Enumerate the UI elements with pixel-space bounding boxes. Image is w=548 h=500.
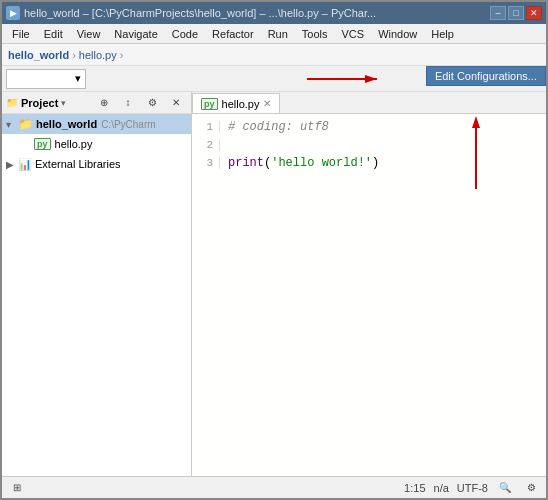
run-config-arrow: ▾ (75, 72, 81, 85)
tree-chevron-ext: ▶ (6, 159, 18, 170)
code-line-2: 2 (192, 136, 546, 154)
encoding: UTF-8 (457, 482, 488, 494)
breadcrumb-bar: hello_world › hello.py › (2, 44, 546, 66)
status-na: n/a (434, 482, 449, 494)
menu-view[interactable]: View (71, 27, 107, 41)
tree-external-label: External Libraries (35, 158, 121, 170)
breadcrumb-project[interactable]: hello_world (8, 49, 69, 61)
code-line-3: 3 print('hello world!') (192, 154, 546, 172)
project-label: Project (21, 97, 58, 109)
editor-tab-hello-py[interactable]: py hello.py ✕ (192, 93, 280, 113)
project-dropdown-icon[interactable]: ▾ (61, 98, 66, 108)
edit-configurations-label: Edit Configurations... (435, 70, 537, 82)
status-settings-btn[interactable]: ⚙ (522, 479, 540, 497)
tree-item-external-libs[interactable]: ▶ 📊 External Libraries (2, 154, 191, 174)
sidebar: 📁 Project ▾ ⊕ ↕ ⚙ ✕ ▾ 📁 hello_world C:\P… (2, 92, 192, 476)
editor-area: py hello.py ✕ 1 # coding: utf8 2 3 (192, 92, 546, 476)
close-button[interactable]: ✕ (526, 6, 542, 20)
menu-help[interactable]: Help (425, 27, 460, 41)
title-bar: ▶ hello_world – [C:\PyCharmProjects\hell… (2, 2, 546, 24)
menu-run[interactable]: Run (262, 27, 294, 41)
code-print-func: print (228, 156, 264, 170)
line-num-2: 2 (192, 139, 220, 151)
sidebar-sync-btn[interactable]: ⊕ (93, 92, 115, 114)
code-string-hello: 'hello world!' (271, 156, 372, 170)
tab-close-icon[interactable]: ✕ (263, 98, 271, 109)
maximize-button[interactable]: □ (508, 6, 524, 20)
sidebar-content: ▾ 📁 hello_world C:\PyCharm ▶ py hello.py… (2, 114, 191, 476)
menu-edit[interactable]: Edit (38, 27, 69, 41)
sidebar-collapse-btn[interactable]: ↕ (117, 92, 139, 114)
code-line-1: 1 # coding: utf8 (192, 118, 546, 136)
line-num-3: 3 (192, 157, 220, 169)
breadcrumb-file[interactable]: hello.py (79, 49, 117, 61)
tree-root-path: C:\PyCharm (101, 119, 155, 130)
breadcrumb-chevron: › (120, 49, 124, 61)
tree-item-hello-py[interactable]: ▶ py hello.py (2, 134, 191, 154)
menu-code[interactable]: Code (166, 27, 204, 41)
sidebar-toolbar: 📁 Project ▾ ⊕ ↕ ⚙ ✕ (2, 92, 191, 114)
menu-window[interactable]: Window (372, 27, 423, 41)
status-icon-btn[interactable]: ⊞ (8, 479, 26, 497)
menu-bar: File Edit View Navigate Code Refactor Ru… (2, 24, 546, 44)
sidebar-close-btn[interactable]: ✕ (165, 92, 187, 114)
tree-root-label: hello_world (36, 118, 97, 130)
menu-navigate[interactable]: Navigate (108, 27, 163, 41)
tab-py-icon: py (201, 98, 218, 110)
edit-configurations-dropdown[interactable]: Edit Configurations... (426, 66, 546, 86)
minimize-button[interactable]: – (490, 6, 506, 20)
status-bar: ⊞ 1:15 n/a UTF-8 🔍 ⚙ (2, 476, 546, 498)
code-line-3-content: print('hello world!') (228, 156, 379, 170)
line-num-1: 1 (192, 121, 220, 133)
breadcrumb-sep1: › (72, 49, 76, 61)
code-paren-close: ) (372, 156, 379, 170)
app-icon: ▶ (6, 6, 20, 20)
menu-refactor[interactable]: Refactor (206, 27, 260, 41)
tree-chevron-root: ▾ (6, 119, 18, 130)
py-file-icon: py (34, 138, 51, 150)
run-toolbar: ▾ ▶ 🐛 ■ 🔍 Edit Configurations... (2, 66, 546, 92)
tree-item-root[interactable]: ▾ 📁 hello_world C:\PyCharm (2, 114, 191, 134)
editor-tabs: py hello.py ✕ (192, 92, 546, 114)
run-config-dropdown[interactable]: ▾ (6, 69, 86, 89)
code-comment-1: # coding: utf8 (228, 120, 329, 134)
sidebar-settings-btn[interactable]: ⚙ (141, 92, 163, 114)
tree-file-label: hello.py (55, 138, 93, 150)
menu-tools[interactable]: Tools (296, 27, 334, 41)
tab-label: hello.py (222, 98, 260, 110)
editor-content[interactable]: 1 # coding: utf8 2 3 print('hello world!… (192, 114, 546, 476)
window-title: hello_world – [C:\PyCharmProjects\hello_… (24, 7, 376, 19)
menu-file[interactable]: File (6, 27, 36, 41)
menu-vcs[interactable]: VCS (336, 27, 371, 41)
cursor-position: 1:15 (404, 482, 425, 494)
status-search-btn[interactable]: 🔍 (496, 479, 514, 497)
